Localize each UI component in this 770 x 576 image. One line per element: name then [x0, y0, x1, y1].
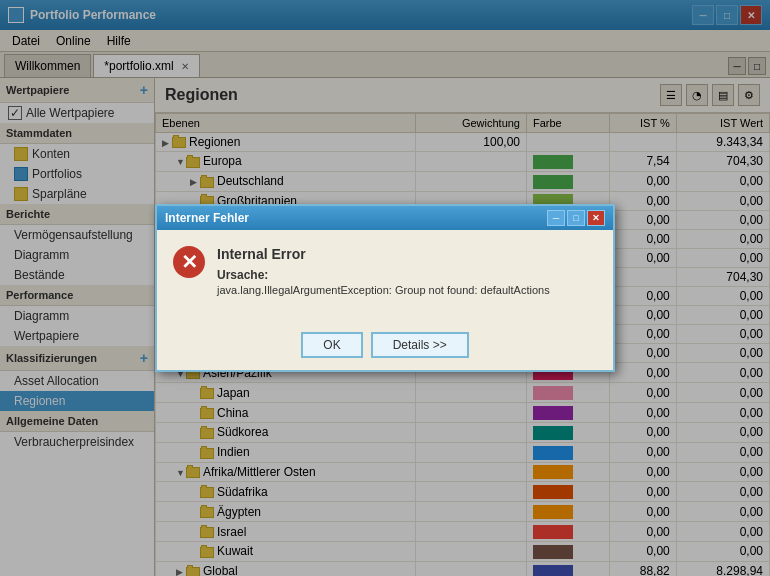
modal-window-controls: ─ □ ✕ [547, 210, 605, 226]
modal-cause-label: Ursache: [217, 268, 550, 282]
modal-header-row: ✕ Internal Error Ursache: java.lang.Ille… [173, 246, 597, 296]
modal-overlay: Interner Fehler ─ □ ✕ ✕ Internal Error U… [0, 0, 770, 576]
modal-title-bar: Interner Fehler ─ □ ✕ [157, 206, 613, 230]
modal-cause-text: java.lang.IllegalArgumentException: Grou… [217, 284, 550, 296]
modal-close-btn[interactable]: ✕ [587, 210, 605, 226]
modal-ok-button[interactable]: OK [301, 332, 362, 358]
modal-error-title: Internal Error [217, 246, 550, 262]
modal-maximize-btn[interactable]: □ [567, 210, 585, 226]
error-icon: ✕ [173, 246, 205, 278]
modal-details-button[interactable]: Details >> [371, 332, 469, 358]
modal-content: Internal Error Ursache: java.lang.Illega… [217, 246, 550, 296]
modal-footer: OK Details >> [157, 324, 613, 370]
modal-title-text: Interner Fehler [165, 211, 249, 225]
modal-body: ✕ Internal Error Ursache: java.lang.Ille… [157, 230, 613, 324]
error-dialog: Interner Fehler ─ □ ✕ ✕ Internal Error U… [155, 204, 615, 372]
modal-minimize-btn[interactable]: ─ [547, 210, 565, 226]
